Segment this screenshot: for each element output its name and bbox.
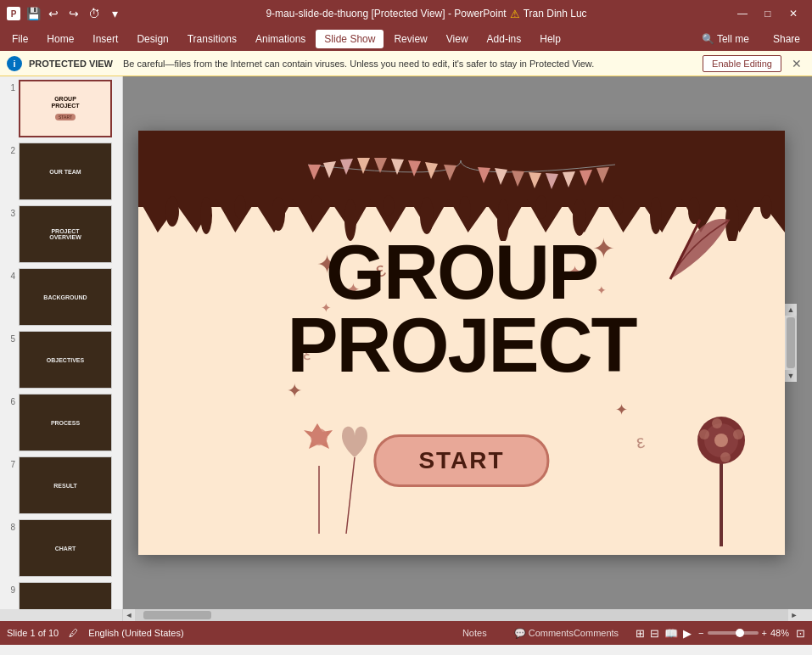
zoom-thumb[interactable] (736, 629, 744, 637)
slide-item-4[interactable]: 4 BACKGROUND (3, 268, 119, 326)
slide-item-7[interactable]: 7 RESULT (3, 456, 119, 514)
scroll-track-v (785, 316, 797, 370)
protected-label: PROTECTED VIEW (29, 59, 113, 69)
slide-item-3[interactable]: 3 PROJECTOVERVIEW (3, 205, 119, 263)
enable-editing-button[interactable]: Enable Editing (703, 55, 781, 72)
redo-icon[interactable]: ↪ (66, 6, 81, 21)
close-button[interactable]: ✕ (781, 5, 805, 22)
zoom-out-button[interactable]: − (698, 628, 703, 638)
menu-review[interactable]: Review (385, 30, 435, 48)
title-line1: GROUP (138, 237, 785, 310)
slide-thumbnail-3[interactable]: PROJECTOVERVIEW (19, 205, 112, 263)
svg-point-46 (720, 452, 731, 462)
language-indicator: 🖊 (69, 628, 78, 638)
menu-insert[interactable]: Insert (84, 30, 126, 48)
save-icon[interactable]: 💾 (25, 6, 41, 21)
balloon-group (287, 406, 389, 542)
comments-tab[interactable]: 💬 CommentsComments (504, 628, 629, 639)
tell-me-input[interactable]: 🔍 Tell me (693, 30, 758, 48)
canvas-area: GROUP PROJECT START ✦ ✦ ✦ ✦ ✦ ✦ ✦ ✦ ✦ ε … (123, 76, 812, 609)
svg-point-8 (420, 197, 434, 234)
menu-addins[interactable]: Add-ins (479, 30, 530, 48)
scroll-right-button[interactable]: ► (788, 609, 800, 621)
sparkle-8: ✦ (615, 400, 628, 419)
slide-sorter-icon[interactable]: ⊟ (650, 627, 659, 640)
slide-thumbnail-6[interactable]: PROCESS (19, 394, 112, 451)
slide-number-5: 5 (3, 334, 15, 344)
slide-thumbnail-1[interactable]: GROUPPROJECT START (19, 80, 112, 137)
notes-tab[interactable]: Notes (452, 628, 497, 638)
slide-number-8: 8 (3, 523, 15, 532)
normal-view-icon[interactable]: ⊞ (636, 627, 645, 640)
status-bar-right: Notes 💬 CommentsComments ⊞ ⊟ 📖 ▶ − + 48%… (452, 627, 805, 640)
slide-thumbnail-7[interactable]: RESULT (19, 456, 112, 514)
restore-button[interactable]: □ (756, 5, 780, 22)
title-bar-left: P 💾 ↩ ↪ ⏱ ▾ (7, 6, 122, 21)
scroll-up-button[interactable]: ▲ (785, 304, 797, 316)
window-title: 9-mau-slide-de-thuong [Protected View] -… (266, 8, 506, 20)
confetti-3: ε (635, 430, 647, 453)
svg-point-43 (699, 429, 709, 439)
minimize-button[interactable]: — (731, 5, 754, 22)
share-button[interactable]: Share (764, 30, 809, 48)
zoom-slider[interactable] (708, 631, 759, 635)
slide-item-8[interactable]: 8 CHART (3, 519, 119, 577)
close-protected-bar-icon[interactable]: ✕ (788, 55, 805, 72)
menu-home[interactable]: Home (38, 30, 82, 48)
username: Tran Dinh Luc (524, 8, 587, 20)
svg-point-11 (535, 195, 547, 219)
svg-point-17 (760, 195, 772, 219)
menu-file[interactable]: File (3, 30, 36, 48)
scroll-thumb-h[interactable] (143, 611, 211, 619)
slide-item-5[interactable]: 5 OBJECTIVES (3, 331, 119, 389)
menu-help[interactable]: Help (531, 30, 569, 48)
slide-thumbnail-9[interactable]: SLIDE 9 (19, 582, 112, 609)
undo-icon[interactable]: ↩ (46, 6, 61, 21)
view-icons: ⊞ ⊟ 📖 ▶ (636, 627, 692, 640)
slide-number-4: 4 (3, 272, 15, 281)
scroll-left-button[interactable]: ◄ (123, 609, 135, 621)
window-controls: — □ ✕ (731, 5, 805, 22)
svg-point-4 (272, 197, 285, 231)
slide-number-7: 7 (3, 460, 15, 469)
language-text: English (United States) (88, 628, 184, 638)
slide-thumbnail-8[interactable]: CHART (19, 519, 112, 577)
svg-point-44 (733, 429, 743, 439)
slide-item-6[interactable]: 6 PROCESS (3, 394, 119, 451)
slide-thumbnail-4[interactable]: BACKGROUND (19, 268, 112, 326)
zoom-in-button[interactable]: + (762, 628, 767, 638)
menu-view[interactable]: View (438, 30, 477, 48)
candy-flower (670, 377, 772, 546)
svg-rect-0 (138, 131, 785, 192)
slide-title: GROUP PROJECT (138, 237, 785, 382)
main-area: 1 GROUPPROJECT START 2 OUR TEAM 3 PROJEC… (0, 76, 812, 609)
vertical-scrollbar[interactable]: ▲ ▼ (785, 304, 797, 382)
svg-point-45 (712, 418, 722, 428)
slide-thumbnail-5[interactable]: OBJECTIVES (19, 331, 112, 389)
slide-number-6: 6 (3, 397, 15, 406)
svg-point-13 (612, 195, 624, 216)
warning-icon: ⚠ (510, 8, 520, 20)
slide-thumbnail-2[interactable]: OUR TEAM (19, 143, 112, 200)
reading-view-icon[interactable]: 📖 (664, 627, 678, 640)
scroll-thumb-v[interactable] (787, 317, 795, 368)
zoom-controls: − + 48% (698, 628, 789, 638)
menu-slideshow[interactable]: Slide Show (316, 30, 384, 48)
svg-point-14 (650, 197, 662, 234)
scroll-down-button[interactable]: ▼ (785, 370, 797, 382)
powerpoint-icon: P (7, 7, 20, 20)
slide-item-1[interactable]: 1 GROUPPROJECT START (3, 80, 119, 137)
menu-design[interactable]: Design (128, 30, 176, 48)
menu-animations[interactable]: Animations (247, 30, 314, 48)
customize-icon[interactable]: ▾ (107, 6, 122, 21)
slide-item-9[interactable]: 9 SLIDE 9 (3, 582, 119, 609)
shield-icon: i (7, 56, 22, 71)
start-button[interactable]: START (373, 434, 549, 487)
menu-bar: File Home Insert Design Transitions Anim… (0, 27, 812, 51)
scroll-track-h (135, 609, 788, 621)
autosave-icon[interactable]: ⏱ (87, 6, 102, 21)
slide-item-2[interactable]: 2 OUR TEAM (3, 143, 119, 200)
menu-transitions[interactable]: Transitions (179, 30, 245, 48)
slideshow-icon[interactable]: ▶ (683, 627, 692, 640)
fit-window-icon[interactable]: ⊡ (796, 627, 805, 640)
